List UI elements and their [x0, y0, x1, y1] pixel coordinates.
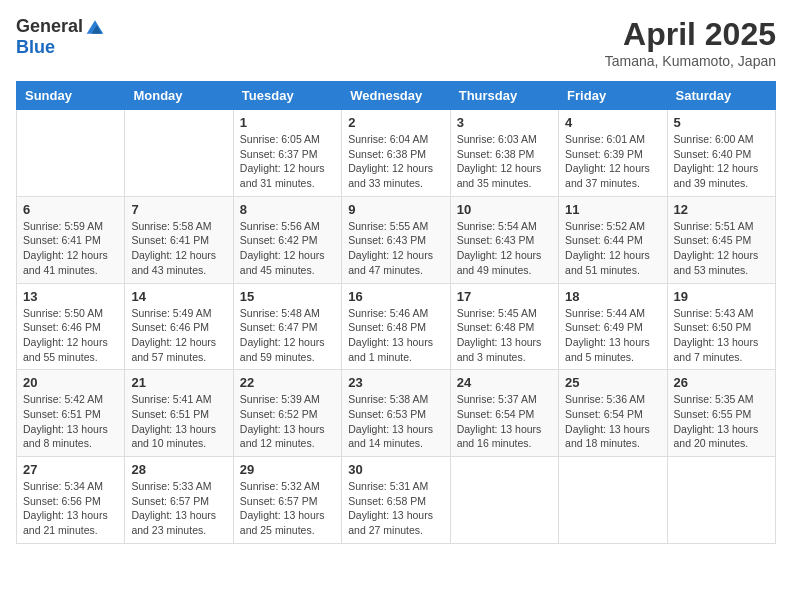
day-info: Sunrise: 5:49 AM Sunset: 6:46 PM Dayligh…: [131, 306, 226, 365]
day-number: 17: [457, 289, 552, 304]
day-number: 1: [240, 115, 335, 130]
calendar-cell: 2Sunrise: 6:04 AM Sunset: 6:38 PM Daylig…: [342, 110, 450, 197]
column-header-tuesday: Tuesday: [233, 82, 341, 110]
day-number: 26: [674, 375, 769, 390]
day-info: Sunrise: 5:52 AM Sunset: 6:44 PM Dayligh…: [565, 219, 660, 278]
header: General Blue April 2025 Tamana, Kumamoto…: [16, 16, 776, 69]
day-info: Sunrise: 5:45 AM Sunset: 6:48 PM Dayligh…: [457, 306, 552, 365]
day-number: 13: [23, 289, 118, 304]
calendar-cell: 19Sunrise: 5:43 AM Sunset: 6:50 PM Dayli…: [667, 283, 775, 370]
day-info: Sunrise: 5:50 AM Sunset: 6:46 PM Dayligh…: [23, 306, 118, 365]
day-info: Sunrise: 6:01 AM Sunset: 6:39 PM Dayligh…: [565, 132, 660, 191]
day-number: 18: [565, 289, 660, 304]
calendar-cell: [667, 457, 775, 544]
calendar-cell: 23Sunrise: 5:38 AM Sunset: 6:53 PM Dayli…: [342, 370, 450, 457]
day-info: Sunrise: 5:48 AM Sunset: 6:47 PM Dayligh…: [240, 306, 335, 365]
day-number: 15: [240, 289, 335, 304]
calendar-cell: 21Sunrise: 5:41 AM Sunset: 6:51 PM Dayli…: [125, 370, 233, 457]
logo-general-text: General: [16, 16, 83, 37]
calendar-cell: 20Sunrise: 5:42 AM Sunset: 6:51 PM Dayli…: [17, 370, 125, 457]
calendar-cell: 14Sunrise: 5:49 AM Sunset: 6:46 PM Dayli…: [125, 283, 233, 370]
calendar-cell: 11Sunrise: 5:52 AM Sunset: 6:44 PM Dayli…: [559, 196, 667, 283]
day-number: 30: [348, 462, 443, 477]
day-number: 6: [23, 202, 118, 217]
day-info: Sunrise: 5:37 AM Sunset: 6:54 PM Dayligh…: [457, 392, 552, 451]
calendar-cell: 8Sunrise: 5:56 AM Sunset: 6:42 PM Daylig…: [233, 196, 341, 283]
column-header-thursday: Thursday: [450, 82, 558, 110]
day-info: Sunrise: 5:31 AM Sunset: 6:58 PM Dayligh…: [348, 479, 443, 538]
day-info: Sunrise: 5:51 AM Sunset: 6:45 PM Dayligh…: [674, 219, 769, 278]
day-number: 7: [131, 202, 226, 217]
calendar-cell: 9Sunrise: 5:55 AM Sunset: 6:43 PM Daylig…: [342, 196, 450, 283]
day-info: Sunrise: 5:58 AM Sunset: 6:41 PM Dayligh…: [131, 219, 226, 278]
day-info: Sunrise: 5:32 AM Sunset: 6:57 PM Dayligh…: [240, 479, 335, 538]
calendar-cell: 17Sunrise: 5:45 AM Sunset: 6:48 PM Dayli…: [450, 283, 558, 370]
calendar-week-row: 6Sunrise: 5:59 AM Sunset: 6:41 PM Daylig…: [17, 196, 776, 283]
day-number: 2: [348, 115, 443, 130]
day-info: Sunrise: 5:35 AM Sunset: 6:55 PM Dayligh…: [674, 392, 769, 451]
column-header-monday: Monday: [125, 82, 233, 110]
day-info: Sunrise: 5:46 AM Sunset: 6:48 PM Dayligh…: [348, 306, 443, 365]
calendar-cell: [559, 457, 667, 544]
day-info: Sunrise: 5:43 AM Sunset: 6:50 PM Dayligh…: [674, 306, 769, 365]
day-info: Sunrise: 5:36 AM Sunset: 6:54 PM Dayligh…: [565, 392, 660, 451]
day-number: 19: [674, 289, 769, 304]
day-number: 14: [131, 289, 226, 304]
day-info: Sunrise: 5:54 AM Sunset: 6:43 PM Dayligh…: [457, 219, 552, 278]
day-number: 16: [348, 289, 443, 304]
calendar-cell: 18Sunrise: 5:44 AM Sunset: 6:49 PM Dayli…: [559, 283, 667, 370]
logo-blue-text: Blue: [16, 37, 55, 58]
calendar-cell: 28Sunrise: 5:33 AM Sunset: 6:57 PM Dayli…: [125, 457, 233, 544]
calendar-cell: 1Sunrise: 6:05 AM Sunset: 6:37 PM Daylig…: [233, 110, 341, 197]
calendar-cell: [125, 110, 233, 197]
day-info: Sunrise: 5:59 AM Sunset: 6:41 PM Dayligh…: [23, 219, 118, 278]
day-number: 8: [240, 202, 335, 217]
calendar-cell: 5Sunrise: 6:00 AM Sunset: 6:40 PM Daylig…: [667, 110, 775, 197]
calendar-week-row: 20Sunrise: 5:42 AM Sunset: 6:51 PM Dayli…: [17, 370, 776, 457]
day-info: Sunrise: 5:34 AM Sunset: 6:56 PM Dayligh…: [23, 479, 118, 538]
day-info: Sunrise: 5:38 AM Sunset: 6:53 PM Dayligh…: [348, 392, 443, 451]
title-area: April 2025 Tamana, Kumamoto, Japan: [605, 16, 776, 69]
calendar-cell: 7Sunrise: 5:58 AM Sunset: 6:41 PM Daylig…: [125, 196, 233, 283]
day-info: Sunrise: 5:39 AM Sunset: 6:52 PM Dayligh…: [240, 392, 335, 451]
day-number: 23: [348, 375, 443, 390]
calendar-cell: 22Sunrise: 5:39 AM Sunset: 6:52 PM Dayli…: [233, 370, 341, 457]
day-number: 22: [240, 375, 335, 390]
day-number: 24: [457, 375, 552, 390]
calendar-week-row: 13Sunrise: 5:50 AM Sunset: 6:46 PM Dayli…: [17, 283, 776, 370]
calendar: SundayMondayTuesdayWednesdayThursdayFrid…: [16, 81, 776, 544]
day-number: 3: [457, 115, 552, 130]
calendar-header-row: SundayMondayTuesdayWednesdayThursdayFrid…: [17, 82, 776, 110]
calendar-cell: 27Sunrise: 5:34 AM Sunset: 6:56 PM Dayli…: [17, 457, 125, 544]
day-number: 27: [23, 462, 118, 477]
calendar-cell: 30Sunrise: 5:31 AM Sunset: 6:58 PM Dayli…: [342, 457, 450, 544]
main-title: April 2025: [605, 16, 776, 53]
calendar-cell: 24Sunrise: 5:37 AM Sunset: 6:54 PM Dayli…: [450, 370, 558, 457]
subtitle: Tamana, Kumamoto, Japan: [605, 53, 776, 69]
calendar-cell: 26Sunrise: 5:35 AM Sunset: 6:55 PM Dayli…: [667, 370, 775, 457]
logo-icon: [85, 17, 105, 37]
calendar-cell: 10Sunrise: 5:54 AM Sunset: 6:43 PM Dayli…: [450, 196, 558, 283]
logo: General Blue: [16, 16, 105, 58]
calendar-cell: 29Sunrise: 5:32 AM Sunset: 6:57 PM Dayli…: [233, 457, 341, 544]
day-info: Sunrise: 5:44 AM Sunset: 6:49 PM Dayligh…: [565, 306, 660, 365]
column-header-friday: Friday: [559, 82, 667, 110]
calendar-cell: 12Sunrise: 5:51 AM Sunset: 6:45 PM Dayli…: [667, 196, 775, 283]
day-number: 25: [565, 375, 660, 390]
day-number: 11: [565, 202, 660, 217]
day-info: Sunrise: 5:41 AM Sunset: 6:51 PM Dayligh…: [131, 392, 226, 451]
calendar-week-row: 1Sunrise: 6:05 AM Sunset: 6:37 PM Daylig…: [17, 110, 776, 197]
column-header-sunday: Sunday: [17, 82, 125, 110]
calendar-cell: [17, 110, 125, 197]
day-info: Sunrise: 6:00 AM Sunset: 6:40 PM Dayligh…: [674, 132, 769, 191]
day-info: Sunrise: 5:55 AM Sunset: 6:43 PM Dayligh…: [348, 219, 443, 278]
calendar-cell: 6Sunrise: 5:59 AM Sunset: 6:41 PM Daylig…: [17, 196, 125, 283]
calendar-week-row: 27Sunrise: 5:34 AM Sunset: 6:56 PM Dayli…: [17, 457, 776, 544]
calendar-cell: 3Sunrise: 6:03 AM Sunset: 6:38 PM Daylig…: [450, 110, 558, 197]
calendar-cell: 16Sunrise: 5:46 AM Sunset: 6:48 PM Dayli…: [342, 283, 450, 370]
day-number: 20: [23, 375, 118, 390]
day-number: 12: [674, 202, 769, 217]
day-info: Sunrise: 5:56 AM Sunset: 6:42 PM Dayligh…: [240, 219, 335, 278]
day-number: 5: [674, 115, 769, 130]
column-header-saturday: Saturday: [667, 82, 775, 110]
